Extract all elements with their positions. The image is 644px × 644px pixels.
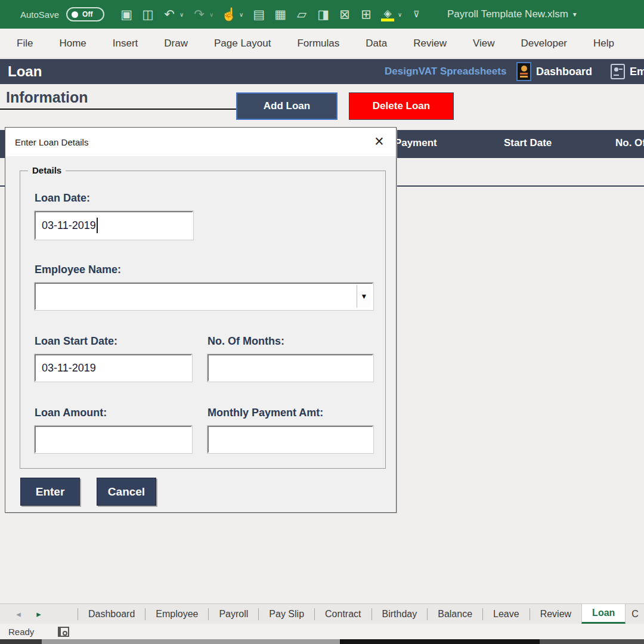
tab-file[interactable]: File <box>14 38 35 49</box>
open-folder-icon[interactable]: ▱ <box>293 7 311 21</box>
redo-dropdown-icon: ∨ <box>209 11 216 18</box>
form-icon[interactable]: ▤ <box>250 7 268 21</box>
title-bar: AutoSave Off ▣ ◫ ↶ ∨ ↷ ∨ ☝ ∨ ▤ ▦ ▱ ◨ ⊠ ⊞… <box>0 0 644 29</box>
sheet-tab-partial[interactable]: C <box>626 604 640 624</box>
loan-date-input[interactable]: 03-11-2019 <box>35 211 193 240</box>
nav-dashboard[interactable]: Dashboard <box>516 62 592 81</box>
text-cursor <box>97 218 98 233</box>
delete-loan-button[interactable]: Delete Loan <box>349 92 454 120</box>
close-icon[interactable]: × <box>367 129 391 154</box>
touch-dropdown-icon[interactable]: ∨ <box>239 11 246 18</box>
document-title[interactable]: Payroll Template New.xlsm <box>447 8 568 20</box>
sheet-tab-payroll[interactable]: Payroll <box>209 604 258 624</box>
tab-review[interactable]: Review <box>411 38 449 49</box>
tab-help[interactable]: Help <box>591 38 617 49</box>
properties-icon[interactable]: ◨ <box>314 7 332 21</box>
employee-card-icon <box>611 64 625 79</box>
sheet-tab-review[interactable]: Review <box>530 604 581 624</box>
no-of-months-input[interactable] <box>208 354 373 382</box>
fill-color-icon[interactable]: ◈ <box>379 7 397 21</box>
taskbar-edge-segment <box>0 639 42 644</box>
no-of-months-label: No. Of Months: <box>208 335 284 348</box>
sheet-tab-birthday[interactable]: Birthday <box>372 604 428 624</box>
tab-developer[interactable]: Developer <box>519 38 570 49</box>
chevron-down-icon[interactable]: ▼ <box>357 285 371 308</box>
dialog-title-bar[interactable]: Enter Loan Details × <box>5 128 396 156</box>
tab-formulas[interactable]: Formulas <box>295 38 342 49</box>
delete-cells-icon[interactable]: ⊠ <box>336 7 354 21</box>
page-title: Loan <box>8 63 42 80</box>
redo-icon: ↷ <box>190 7 208 21</box>
add-loan-button[interactable]: Add Loan <box>236 92 338 120</box>
sheet-tab-loan[interactable]: Loan <box>581 604 626 624</box>
quick-access-toolbar: ▣ ◫ ↶ ∨ ↷ ∨ ☝ ∨ ▤ ▦ ▱ ◨ ⊠ ⊞ ◈ ∨ ⊽ <box>117 7 420 21</box>
scroll-sheets-left-icon[interactable]: ◂ <box>8 604 29 624</box>
save-icon[interactable]: ▣ <box>117 7 135 21</box>
dashboard-icon <box>516 62 531 81</box>
brand-label: DesignVAT Spreadsheets <box>385 66 506 78</box>
taskbar-edge-segment <box>42 639 340 644</box>
fill-color-swatch <box>381 18 394 21</box>
sheet-tab-balance[interactable]: Balance <box>428 604 482 624</box>
enter-loan-details-dialog: Enter Loan Details × Details Loan Date: … <box>5 127 397 513</box>
tab-draw[interactable]: Draw <box>162 38 190 49</box>
monthly-payment-amt-input[interactable] <box>208 426 373 453</box>
touch-mode-icon[interactable]: ☝ <box>220 7 238 21</box>
loan-date-value: 03-11-2019 <box>42 219 96 232</box>
title-dropdown-icon[interactable]: ▾ <box>573 10 577 18</box>
autosave-toggle[interactable]: Off <box>66 7 104 21</box>
column-start-date: Start Date <box>504 137 552 149</box>
tab-insert[interactable]: Insert <box>110 38 141 49</box>
sheet-tab-employee[interactable]: Employee <box>145 604 208 624</box>
info-section: Information Add Loan Delete Loan <box>0 84 644 122</box>
enter-button[interactable]: Enter <box>20 478 80 506</box>
loan-amount-input[interactable] <box>35 426 192 453</box>
column-no-of: No. Of <box>615 137 644 149</box>
loan-start-date-input[interactable]: 03-11-2019 <box>35 354 192 382</box>
macro-record-icon[interactable] <box>58 627 69 637</box>
sheet-tab-bar: ◂ ▸ Dashboard Employee Payroll Pay Slip … <box>0 603 644 624</box>
dialog-title: Enter Loan Details <box>15 137 88 147</box>
undo-icon[interactable]: ↶ <box>160 7 178 21</box>
tab-page-layout[interactable]: Page Layout <box>212 38 273 49</box>
tab-view[interactable]: View <box>470 38 497 49</box>
autosave-state: Off <box>82 10 92 18</box>
tab-home[interactable]: Home <box>57 38 88 49</box>
sheet-tab-leave[interactable]: Leave <box>483 604 530 624</box>
tab-data[interactable]: Data <box>363 38 389 49</box>
loan-start-date-label: Loan Start Date: <box>35 335 117 348</box>
customize-qat-icon[interactable]: ⊽ <box>413 9 420 20</box>
insert-object-icon[interactable]: ⊞ <box>357 7 375 21</box>
details-group-label: Details <box>28 165 66 175</box>
toggle-knob-icon <box>72 11 78 18</box>
ribbon-tab-bar: File Home Insert Draw Page Layout Formul… <box>0 29 644 58</box>
protect-sheet-icon[interactable]: ▦ <box>271 7 289 21</box>
status-bar: Ready <box>0 624 644 639</box>
print-preview-icon[interactable]: ◫ <box>139 7 157 21</box>
sheet-tab-dashboard[interactable]: Dashboard <box>78 604 145 624</box>
loan-date-label: Loan Date: <box>35 192 90 205</box>
sheet-tab-pay-slip[interactable]: Pay Slip <box>259 604 314 624</box>
fill-color-dropdown-icon[interactable]: ∨ <box>398 11 405 18</box>
nav-employee[interactable]: Emp <box>611 64 644 79</box>
employee-name-label: Employee Name: <box>35 264 121 276</box>
autosave-label: AutoSave <box>20 10 59 20</box>
subtitle-underline <box>0 109 236 110</box>
loan-amount-label: Loan Amount: <box>35 407 107 419</box>
undo-dropdown-icon[interactable]: ∨ <box>179 11 187 18</box>
taskbar-edge-segment <box>540 639 644 644</box>
status-ready: Ready <box>8 627 34 637</box>
sheet-tab-contract[interactable]: Contract <box>315 604 371 624</box>
cancel-button[interactable]: Cancel <box>97 478 156 506</box>
sheet-header-bar: Loan DesignVAT Spreadsheets Dashboard Em… <box>0 59 644 84</box>
taskbar-edge-segment <box>340 639 540 644</box>
scroll-sheets-right-icon[interactable]: ▸ <box>29 604 49 624</box>
section-subtitle: Information <box>6 89 88 106</box>
employee-name-combobox[interactable]: ▼ <box>35 283 373 310</box>
monthly-payment-amt-label: Monthly Payment Amt: <box>208 407 323 419</box>
